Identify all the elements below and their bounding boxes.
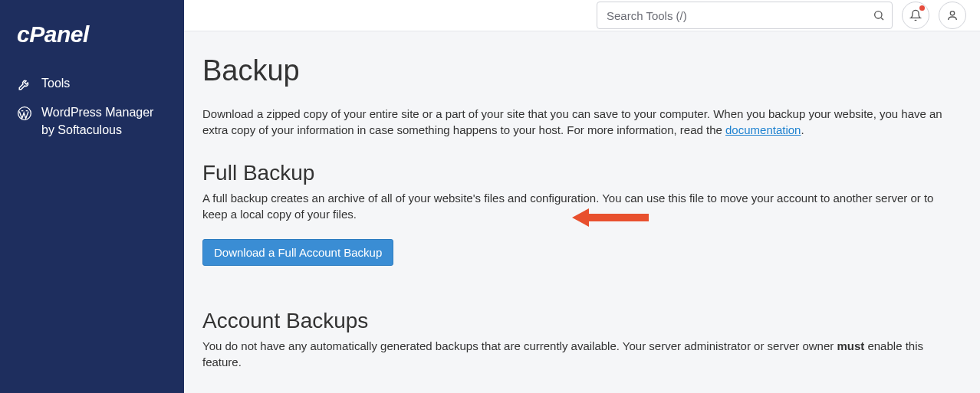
page-intro: Download a zipped copy of your entire si…	[202, 106, 962, 138]
sidebar-item-label: Tools	[41, 75, 70, 92]
wordpress-icon	[17, 106, 32, 121]
documentation-link[interactable]: documentation	[725, 123, 801, 136]
brand-logo: cPanel	[0, 14, 184, 69]
user-menu-button[interactable]	[939, 2, 966, 29]
download-full-backup-button[interactable]: Download a Full Account Backup	[202, 239, 393, 266]
account-backups-must: must	[837, 339, 864, 352]
svg-point-1	[875, 11, 882, 18]
intro-text-before: Download a zipped copy of your entire si…	[202, 107, 942, 136]
notifications-button[interactable]	[902, 2, 929, 29]
svg-marker-4	[572, 208, 649, 227]
search-input[interactable]	[597, 2, 893, 29]
account-backups-heading: Account Backups	[202, 309, 962, 333]
account-backups-before: You do not have any automatically genera…	[202, 339, 837, 352]
intro-text-after: .	[801, 123, 804, 136]
full-backup-heading: Full Backup	[202, 161, 962, 185]
annotation-arrow-icon	[572, 206, 650, 229]
sidebar-item-label: WordPress Manager by Softaculous	[41, 104, 167, 139]
brand-text: cPanel	[17, 21, 89, 47]
search-button[interactable]	[870, 6, 888, 25]
svg-line-2	[881, 18, 883, 20]
main-area: Backup Download a zipped copy of your en…	[184, 0, 980, 393]
tools-icon	[17, 77, 32, 92]
user-icon	[946, 9, 959, 21]
sidebar: cPanel Tools WordPress Manager by Softac…	[0, 0, 184, 393]
search-icon	[873, 9, 885, 21]
top-bar	[184, 0, 980, 31]
account-backups-desc: You do not have any automatically genera…	[202, 338, 962, 370]
bell-icon	[909, 9, 922, 21]
notification-dot	[919, 5, 925, 11]
sidebar-item-wordpress[interactable]: WordPress Manager by Softaculous	[0, 98, 184, 145]
search-wrap	[597, 2, 893, 29]
sidebar-item-tools[interactable]: Tools	[0, 69, 184, 98]
page-content: Backup Download a zipped copy of your en…	[184, 31, 980, 393]
svg-point-3	[950, 11, 954, 15]
page-title: Backup	[202, 54, 962, 87]
